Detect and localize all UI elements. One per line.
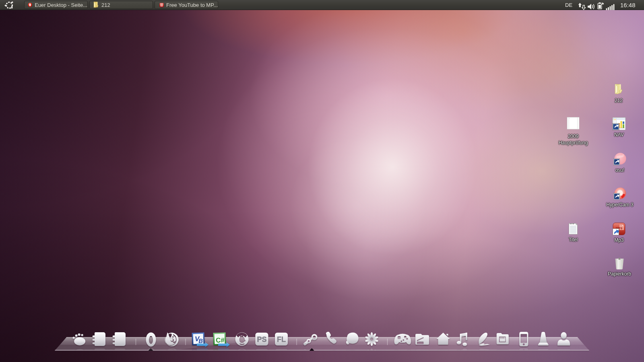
svg-text:C#: C# <box>216 336 225 344</box>
svg-text:B: B <box>198 337 203 344</box>
svg-text:PS: PS <box>257 335 266 343</box>
svg-text:FL: FL <box>277 335 286 343</box>
